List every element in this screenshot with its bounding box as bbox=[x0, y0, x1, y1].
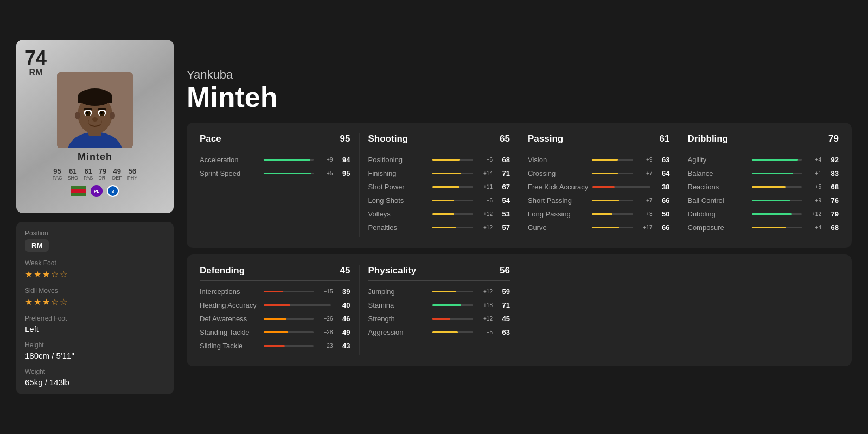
stat-bar-container bbox=[592, 173, 633, 174]
category-pace: Pace 95 Acceleration+994Sprint Speed+595 bbox=[200, 133, 360, 237]
stat-bar-container bbox=[432, 291, 474, 292]
stat-value: 71 bbox=[495, 301, 510, 309]
stat-bar-container bbox=[264, 331, 314, 333]
stat-name: Vision bbox=[528, 156, 588, 164]
stat-name: Stamina bbox=[368, 301, 428, 309]
stat-name: Balance bbox=[688, 169, 748, 177]
card-rating-number: 74 bbox=[25, 48, 47, 68]
stat-right: +492 bbox=[806, 156, 839, 164]
stat-name: Standing Tackle bbox=[200, 328, 259, 336]
stat-right: +654 bbox=[477, 196, 510, 205]
stat-modifier: +14 bbox=[477, 170, 493, 176]
stat-value: 83 bbox=[824, 169, 839, 177]
stat-name: Agility bbox=[688, 156, 748, 164]
player-image bbox=[57, 72, 133, 148]
stat-bar bbox=[752, 159, 798, 161]
stat-bar-container bbox=[752, 213, 802, 215]
left-column: 74 RM bbox=[16, 40, 174, 394]
stat-modifier: +3 bbox=[637, 211, 653, 217]
stat-bar bbox=[592, 186, 614, 188]
physicality-stats: Jumping+1259Stamina+1871Strength+1245Agg… bbox=[368, 288, 510, 336]
stat-right: +1167 bbox=[477, 183, 510, 191]
info-skill-moves-stars: ★★★☆☆ bbox=[25, 297, 165, 307]
empty-col-2 bbox=[679, 265, 839, 355]
svg-rect-14 bbox=[84, 108, 92, 110]
info-weight-value: 65kg / 143lb bbox=[25, 378, 165, 387]
stat-row: Standing Tackle+2849 bbox=[200, 328, 350, 336]
svg-point-7 bbox=[110, 112, 115, 119]
stat-row: Jumping+1259 bbox=[368, 288, 510, 296]
stat-bar-container bbox=[432, 318, 474, 320]
stat-bar bbox=[752, 173, 794, 174]
stat-right: +1245 bbox=[477, 315, 510, 323]
flag-gambia bbox=[71, 186, 86, 196]
category-dribbling: Dribbling 79 Agility+492Balance+183React… bbox=[679, 133, 839, 237]
stat-row: Curve+1766 bbox=[528, 224, 670, 232]
stat-name: Long Shots bbox=[368, 196, 428, 205]
stat-value: 76 bbox=[824, 196, 839, 205]
stat-bar bbox=[432, 318, 451, 320]
card-stats-row: 95 PAC 61 SHO 61 PAS 79 DRI 49 DEF 56 PH… bbox=[53, 167, 138, 181]
svg-rect-15 bbox=[98, 108, 106, 110]
shooting-value: 65 bbox=[500, 133, 510, 144]
stats-bottom-row: Defending 45 Interceptions+1539Heading A… bbox=[187, 254, 852, 366]
stat-bar bbox=[264, 345, 285, 347]
stat-value: 66 bbox=[655, 196, 670, 205]
stat-bar bbox=[264, 159, 310, 161]
stat-bar bbox=[264, 318, 286, 320]
svg-point-16 bbox=[92, 117, 98, 122]
stat-row: Ball Control+976 bbox=[688, 196, 839, 205]
stat-modifier: +5 bbox=[477, 329, 493, 335]
stat-name: Reactions bbox=[688, 183, 748, 191]
info-preferred-foot: Preferred Foot Left bbox=[25, 315, 165, 334]
player-card: 74 RM bbox=[16, 40, 174, 213]
stat-bar bbox=[592, 200, 619, 201]
stat-bar bbox=[752, 186, 786, 188]
right-section: Yankuba Minteh Pace 95 Acceleration+994S… bbox=[187, 68, 852, 366]
stat-bar-container bbox=[264, 159, 314, 161]
passing-name: Passing bbox=[528, 133, 563, 144]
position-badge: RM bbox=[25, 239, 49, 252]
card-stat-dri-label: DRI bbox=[98, 175, 107, 181]
stat-right: +2646 bbox=[318, 315, 350, 323]
card-stat-pas-value: 61 bbox=[84, 167, 92, 175]
card-stat-pac: 95 PAC bbox=[53, 167, 62, 181]
stat-bar-container bbox=[752, 227, 802, 228]
stat-name: Curve bbox=[528, 224, 588, 232]
stat-name: Positioning bbox=[368, 156, 428, 164]
info-height: Height 180cm / 5'11" bbox=[25, 341, 165, 360]
stat-value: 46 bbox=[335, 315, 350, 323]
stat-right: +1766 bbox=[637, 224, 670, 232]
stat-row: Agility+492 bbox=[688, 156, 839, 164]
stat-row: Free Kick Accuracy38 bbox=[528, 183, 670, 191]
stat-bar bbox=[264, 173, 311, 174]
stat-modifier: +4 bbox=[806, 225, 821, 231]
info-weak-foot: Weak Foot ★★★☆☆ bbox=[25, 259, 165, 279]
stat-bar bbox=[432, 227, 456, 228]
card-stat-pac-value: 95 bbox=[53, 167, 61, 175]
stat-value: 71 bbox=[495, 169, 510, 177]
stat-bar bbox=[752, 200, 790, 201]
stat-bar-container bbox=[592, 200, 633, 201]
category-shooting: Shooting 65 Positioning+668Finishing+147… bbox=[360, 133, 520, 237]
category-defending: Defending 45 Interceptions+1539Heading A… bbox=[200, 265, 360, 355]
defending-stats: Interceptions+1539Heading Accuracy40Def … bbox=[200, 288, 350, 350]
stat-value: 54 bbox=[495, 196, 510, 205]
stat-bar bbox=[592, 173, 618, 174]
stat-value: 95 bbox=[335, 169, 350, 177]
stat-name: Strength bbox=[368, 315, 428, 323]
info-skill-moves: Skill Moves ★★★☆☆ bbox=[25, 287, 165, 307]
stat-value: 45 bbox=[495, 315, 510, 323]
stat-value: 67 bbox=[495, 183, 510, 191]
stat-modifier: +6 bbox=[477, 157, 493, 163]
stat-right: +1259 bbox=[477, 288, 510, 296]
svg-point-12 bbox=[86, 112, 88, 114]
stat-right: +2343 bbox=[318, 342, 350, 350]
stat-modifier: +6 bbox=[477, 197, 493, 203]
stat-row: Short Passing+766 bbox=[528, 196, 670, 205]
stat-name: Composure bbox=[688, 224, 748, 232]
stat-row: Acceleration+994 bbox=[200, 156, 350, 164]
stat-row: Vision+963 bbox=[528, 156, 670, 164]
player-first-name: Yankuba bbox=[187, 68, 852, 82]
info-height-value: 180cm / 5'11" bbox=[25, 351, 165, 360]
